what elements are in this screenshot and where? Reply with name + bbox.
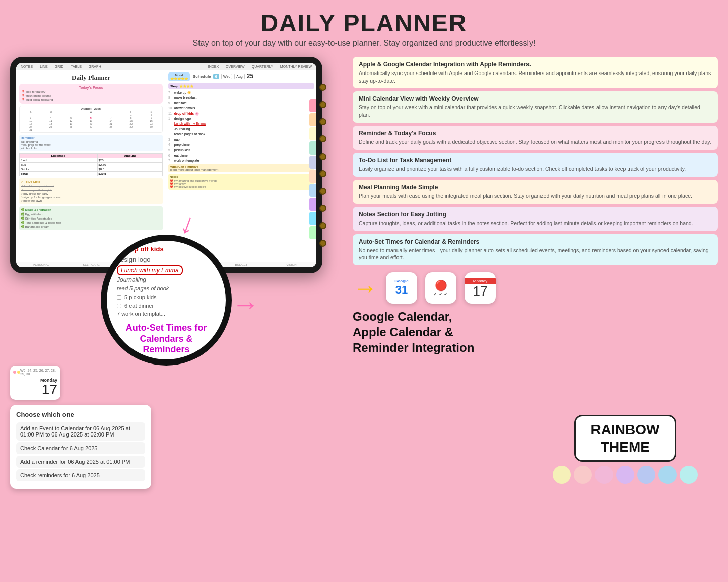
schedule-month: Aug (234, 74, 244, 79)
rainbow-badge: RAINBOWTHEME (574, 415, 677, 462)
meal-2: 🌿 Stir-fried Vegetables (21, 216, 161, 220)
focus-item-1: 📍 logo for bakery (21, 90, 161, 93)
magnifier-circle: 11 drop off kids design logo Lunch with … (101, 235, 232, 366)
feature-2-desc: Stay on top of your week with a mini cal… (359, 104, 712, 118)
feature-5-desc: Plan your meals with ease using the inte… (359, 192, 712, 200)
focus-item-2: 📍 finish online course (21, 94, 161, 97)
reminder-box: Reminder call grandma meal prep for the … (19, 135, 163, 151)
magnifier-label: Auto-Set Times forCalendars & Reminders (117, 323, 216, 355)
planner-title: Daily Planner (19, 74, 163, 82)
expense-box: ExpensesAmount food$20 Bus$2.50 Drinks$8… (19, 153, 163, 176)
popup-option-2[interactable]: Check Calendar for 6 Aug 2025 (16, 442, 145, 454)
color-dot-2 (574, 466, 592, 484)
schedule-list: 7 wake up ☀️ 8 make breakfast 9 meditate… (168, 90, 314, 163)
expense-table: ExpensesAmount food$20 Bus$2.50 Drinks$8… (19, 153, 163, 176)
feature-reminder-focus: Reminder & Today's Focus Define and trac… (353, 126, 718, 150)
mood-section: Mood ⭐⭐⭐⭐⭐ (168, 72, 190, 81)
meals-box: 🌿 Meals & Hydration 🌿 Egg with Avo 🌿 Sti… (19, 206, 163, 230)
side-tab-5 (309, 156, 316, 169)
feature-notes: Notes Section for Easy Jotting Capture t… (353, 207, 718, 231)
bottom-tab-vision[interactable]: VISION (267, 262, 316, 267)
feature-6-desc: Capture thoughts, ideas, or additional t… (359, 220, 712, 227)
focus-item-3: 📍 build social following (21, 98, 161, 101)
rainbow-label: RAINBOWTHEME (591, 421, 660, 455)
meal-3: 🌿 Tofu Barbecue & garlic rice (21, 221, 161, 224)
tab-table[interactable]: TABLE (68, 64, 84, 69)
main-content: NOTES LINE GRID TABLE GRAPH INDEX OVERVI… (0, 52, 728, 360)
small-widget-row: W6: 24, 25, 26, 27, 28, 29, 30 Monday 17 (10, 366, 60, 400)
feature-6-title: Notes Section for Easy Jotting (359, 211, 712, 218)
bottom-tab-personal[interactable]: PERSONAL (16, 262, 66, 267)
google-cal-num: 31 (395, 283, 408, 297)
feature-1-title: Apple & Google Calendar Integration with… (359, 61, 712, 68)
planner-body: Daily Planner Today's Focus 📍 logo for b… (16, 70, 316, 262)
page-header: DAILY PLANNER Stay on top of your day wi… (0, 0, 728, 52)
sleep-section: Sleep ⭐⭐⭐⭐ (168, 83, 314, 89)
color-dot-7 (680, 466, 698, 484)
color-dots (553, 466, 698, 484)
bottom-tab-budget[interactable]: BUDGET (216, 262, 266, 267)
apple-cal-num: 17 (473, 284, 488, 298)
color-dot-4 (616, 466, 634, 484)
small-calendar-widget: W6: 24, 25, 26, 27, 28, 29, 30 Monday 17 (10, 366, 60, 400)
schedule-label: Schedule (193, 74, 211, 79)
popup-option-4[interactable]: Check reminders for 6 Aug 2025 (16, 469, 145, 481)
tab-index[interactable]: INDEX (206, 64, 221, 69)
side-tab-1 (309, 99, 316, 112)
tab-graph[interactable]: GRAPH (86, 64, 104, 69)
schedule-num: 25 (247, 72, 253, 80)
meal-4: 🌿 Banana Ice cream (21, 225, 161, 228)
tab-monthly[interactable]: MONTHLY REVIEW (278, 64, 314, 69)
todo-2: ✓ spa day with the girls (21, 188, 161, 192)
focus-label: Today's Focus (21, 86, 161, 89)
schedule-day: Wed (221, 74, 232, 79)
side-tab-4 (309, 141, 316, 155)
popup-area: W6: 24, 25, 26, 27, 28, 29, 30 Monday 17… (10, 366, 151, 489)
side-tab-6 (309, 170, 316, 183)
schedule-date: 6 (213, 74, 219, 79)
meals-title: 🌿 Meals & Hydration (21, 208, 161, 211)
feature-5-title: Meal Planning Made Simple (359, 184, 712, 191)
todo-5: ○ mow the lawn (21, 199, 161, 202)
apple-reminders-icon: 🔴 ✓ ✓ ✓ (425, 272, 456, 304)
color-dot-3 (595, 466, 613, 484)
planner-tabs: NOTES LINE GRID TABLE GRAPH INDEX OVERVI… (16, 63, 316, 70)
rainbow-section: RAINBOWTHEME (553, 415, 698, 489)
feature-mini-calendar: Mini Calendar View with Weekly Overview … (353, 91, 718, 122)
popup-title: Choose which one (16, 411, 145, 418)
calendar-popup: Choose which one Add an Event to Calenda… (10, 405, 151, 489)
popup-option-3[interactable]: Add a reminder for 06 Aug 2025 at 01:00 … (16, 456, 145, 468)
tab-quarterly[interactable]: QUARTERLY (249, 64, 276, 69)
tab-line[interactable]: LINE (37, 64, 50, 69)
side-tab-9 (309, 212, 316, 225)
side-tabs (309, 99, 316, 239)
side-tab-8 (309, 198, 316, 211)
feature-meal: Meal Planning Made Simple Plan your meal… (353, 180, 718, 204)
tab-notes[interactable]: NOTES (18, 64, 35, 69)
left-section: NOTES LINE GRID TABLE GRAPH INDEX OVERVI… (10, 57, 343, 355)
cal-grid: SMTWTFS 12 3456789 10111213141516 171819… (21, 110, 161, 131)
color-dot-6 (658, 466, 677, 484)
feature-autoset: Auto-Set Times for Calendar & Reminders … (353, 234, 718, 265)
planner-left: Daily Planner Today's Focus 📍 logo for b… (16, 70, 166, 262)
integration-title: Google Calendar,Apple Calendar &Reminder… (353, 309, 718, 356)
feature-3-desc: Define and track your daily goals with a… (359, 138, 712, 146)
side-tab-2 (309, 113, 316, 126)
bottom-section: W6: 24, 25, 26, 27, 28, 29, 30 Monday 17… (0, 360, 728, 494)
improve-section: What Can I Improve learn more about time… (168, 164, 314, 172)
tab-overview[interactable]: OVERVIEW (223, 64, 247, 69)
tab-grid[interactable]: GRID (52, 64, 67, 69)
page-title: DAILY PLANNER (0, 9, 728, 37)
todo-4: ○ sign up for language course (21, 196, 161, 199)
side-tab-10 (309, 226, 316, 239)
feature-1-desc: Automatically sync your schedule with Ap… (359, 69, 712, 84)
feature-4-desc: Easily organize and prioritize your task… (359, 165, 712, 173)
todo-3: ○ buy dress for party (21, 192, 161, 195)
feature-todo: To-Do List for Task Management Easily or… (353, 153, 718, 177)
color-dot-1 (553, 466, 571, 484)
popup-option-1[interactable]: Add an Event to Calendar for 06 Aug 2025… (16, 422, 145, 441)
side-tab-7 (309, 184, 316, 197)
bottom-tab-selfcare[interactable]: SELF-CARE (66, 262, 116, 267)
focus-box: Today's Focus 📍 logo for bakery 📍 finish… (19, 84, 163, 104)
page-subtitle: Stay on top of your day with our easy-to… (0, 39, 728, 48)
